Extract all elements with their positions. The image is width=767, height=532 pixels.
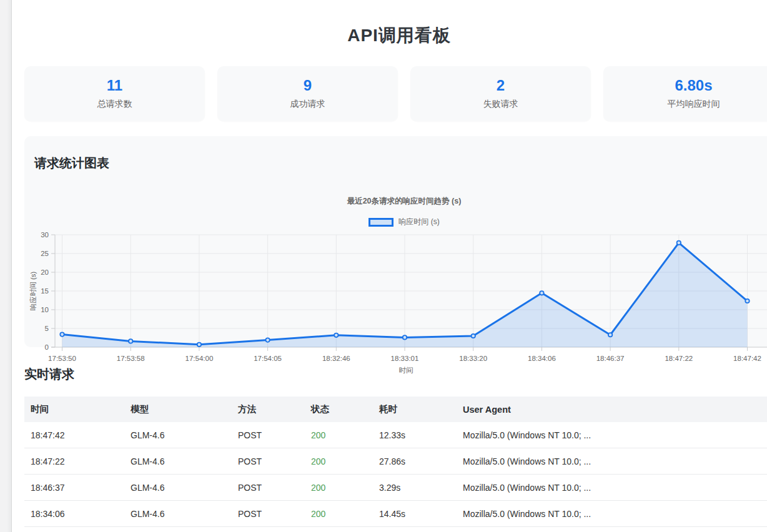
table-row: 18:47:42GLM-4.6POST20012.33sMozilla/5.0 … [24,422,767,448]
stats-row: 11 总请求数 9 成功请求 2 失败请求 6.80s 平均响应时间 [24,66,767,121]
cell-duration: 14.45s [373,501,457,527]
cell-user-agent: Mozilla/5.0 (Windows NT 10.0; ... [457,501,767,527]
data-point-marker[interactable] [129,339,132,343]
stat-label: 成功请求 [290,99,325,110]
x-tick-label: 18:33:01 [391,355,419,362]
data-point-marker[interactable] [265,338,269,342]
cell-model: GLM-4.6 [124,501,232,527]
page-title: API调用看板 [12,0,767,47]
cell-model: GLM-4.6 [124,422,232,448]
table-row: 18:46:37GLM-4.6POST2003.29sMozilla/5.0 (… [24,475,767,501]
data-point-marker[interactable] [403,335,407,339]
left-gutter [0,0,12,532]
x-axis-title: 时间 [399,367,413,374]
data-point-marker[interactable] [334,333,338,337]
cell-status: 200 [305,448,373,475]
col-header-duration: 耗时 [373,397,457,422]
y-tick-label: 10 [41,306,49,313]
cell-method: POST [232,422,305,448]
y-tick-label: 5 [45,325,49,332]
cell-status: 200 [305,422,373,448]
cell-time: 18:46:37 [24,475,124,501]
cell-method: POST [232,475,305,501]
x-tick-label: 17:54:00 [186,355,214,362]
dashboard-page: API调用看板 11 总请求数 9 成功请求 2 失败请求 6.80s 平均响应… [12,0,767,532]
data-point-marker[interactable] [608,333,612,337]
cell-time: 18:47:42 [24,422,124,448]
x-tick-label: 17:53:50 [48,355,76,362]
requests-table-body: 18:47:42GLM-4.6POST20012.33sMozilla/5.0 … [24,422,767,527]
x-tick-label: 18:47:22 [665,355,693,362]
stat-card-avg-response-time: 6.80s 平均响应时间 [603,66,767,121]
x-tick-label: 18:32:46 [322,355,350,362]
col-header-model: 模型 [124,397,232,422]
chart-section-heading: 请求统计图表 [24,136,767,172]
realtime-requests-table: 时间模型方法状态耗时User Agent 18:47:42GLM-4.6POST… [24,397,767,527]
data-point-marker[interactable] [60,332,64,336]
table-header-row: 时间模型方法状态耗时User Agent [24,397,767,422]
y-tick-label: 15 [41,287,49,295]
data-point-marker[interactable] [472,334,475,338]
cell-time: 18:47:22 [24,448,124,475]
table-row: 18:47:22GLM-4.6POST20027.86sMozilla/5.0 … [24,448,767,475]
request-stats-chart-card: 请求统计图表 最近20条请求的响应时间趋势 (s) 响应时间 (s) 05101… [24,136,767,347]
table-row: 18:34:06GLM-4.6POST20014.45sMozilla/5.0 … [24,501,767,527]
stat-label: 失败请求 [483,99,518,110]
x-tick-label: 18:46:37 [596,355,625,362]
data-point-marker[interactable] [540,291,543,295]
data-point-marker[interactable] [197,343,201,347]
stat-card-failed-requests: 2 失败请求 [410,66,591,121]
cell-model: GLM-4.6 [124,475,232,501]
y-tick-label: 20 [41,268,49,276]
stat-card-success-requests: 9 成功请求 [217,66,398,121]
stat-label: 总请求数 [97,99,132,110]
stat-card-total-requests: 11 总请求数 [24,66,205,121]
cell-user-agent: Mozilla/5.0 (Windows NT 10.0; ... [457,448,767,475]
y-tick-label: 25 [41,250,49,257]
x-tick-label: 18:47:42 [733,355,761,362]
cell-method: POST [232,448,305,475]
x-tick-label: 17:54:05 [254,355,282,362]
x-tick-label: 17:53:58 [117,355,145,362]
cell-model: GLM-4.6 [124,448,232,475]
stat-value: 2 [497,78,505,93]
col-header-method: 方法 [232,397,305,422]
stat-value: 6.80s [675,78,712,93]
cell-duration: 3.29s [373,475,457,501]
stat-value: 11 [107,78,122,93]
y-tick-label: 0 [45,343,49,351]
col-header-user-agent: User Agent [457,397,767,422]
response-time-line-chart[interactable]: 05101520253017:53:5017:53:5817:54:0017:5… [24,195,767,383]
cell-status: 200 [305,475,373,501]
stat-value: 9 [304,78,312,93]
x-tick-label: 18:33:20 [459,355,487,362]
cell-duration: 12.33s [373,422,457,448]
cell-method: POST [232,501,305,527]
col-header-status: 状态 [305,397,373,422]
cell-time: 18:34:06 [24,501,124,527]
stat-label: 平均响应时间 [668,99,720,110]
y-tick-label: 30 [41,231,49,239]
cell-status: 200 [305,501,373,527]
data-point-marker[interactable] [677,241,681,245]
cell-user-agent: Mozilla/5.0 (Windows NT 10.0; ... [457,475,767,501]
cell-duration: 27.86s [373,448,457,475]
col-header-time: 时间 [24,397,124,422]
data-point-marker[interactable] [745,299,749,303]
y-axis-title: 响应时间 (s) [29,272,37,311]
cell-user-agent: Mozilla/5.0 (Windows NT 10.0; ... [457,422,767,448]
x-tick-label: 18:34:06 [528,355,556,362]
